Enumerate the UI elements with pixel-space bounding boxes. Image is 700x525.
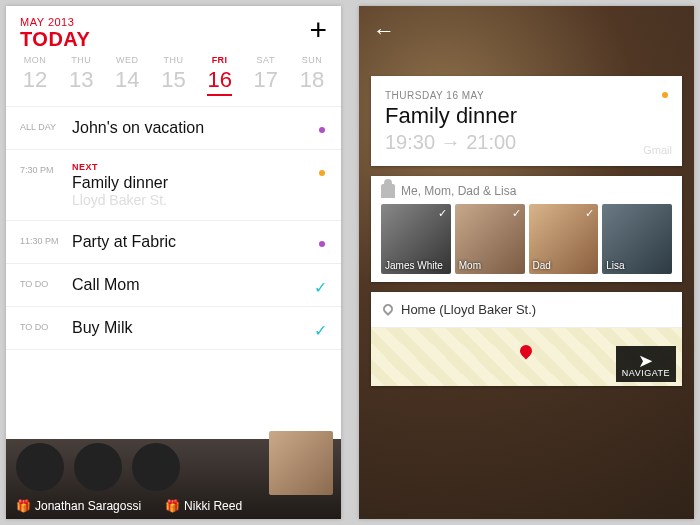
todo-row[interactable]: TO DO Buy Milk ✓: [6, 307, 341, 350]
event-source: Gmail: [643, 144, 672, 156]
map-pin-icon: [518, 343, 535, 360]
day-fri-selected[interactable]: FRI16: [197, 55, 243, 96]
week-strip: MON12 THU13 WED14 THU15 FRI16 SAT17 SUN1…: [6, 55, 341, 107]
day-thu[interactable]: THU15: [150, 55, 196, 96]
event-time: ALL DAY: [20, 119, 72, 132]
attendee-avatar[interactable]: ✓James White: [381, 204, 451, 274]
day-wed[interactable]: WED14: [104, 55, 150, 96]
day-sat[interactable]: SAT17: [243, 55, 289, 96]
attendee-avatar[interactable]: ✓Dad: [529, 204, 599, 274]
avatar-circle: [16, 443, 64, 491]
attendees-card[interactable]: Me, Mom, Dad & Lisa ✓James White ✓Mom ✓D…: [371, 176, 682, 282]
calendar-dot-icon: [319, 127, 325, 133]
todo-row[interactable]: TO DO Call Mom ✓: [6, 264, 341, 307]
today-label: TODAY: [20, 28, 90, 51]
gift-icon: 🎁: [16, 499, 31, 513]
todo-title: Call Mom: [72, 276, 327, 294]
checkmark-icon: ✓: [438, 207, 447, 220]
event-title: Family dinner: [72, 174, 327, 192]
calendar-dot-icon: [662, 92, 668, 98]
pin-icon: [381, 302, 395, 316]
attendees-summary: Me, Mom, Dad & Lisa: [401, 184, 516, 198]
event-date: THURSDAY 16 MAY: [385, 90, 668, 101]
birthday-person: 🎁Jonathan Saragossi: [16, 499, 141, 513]
back-button[interactable]: ←: [373, 18, 395, 44]
event-header-card[interactable]: THURSDAY 16 MAY Family dinner 19:30 → 21…: [371, 76, 682, 166]
event-time-range: 19:30 → 21:00: [385, 131, 668, 154]
event-time: 11:30 PM: [20, 233, 72, 246]
event-title: John's on vacation: [72, 119, 327, 137]
event-title: Family dinner: [385, 103, 668, 129]
day-tue[interactable]: THU13: [58, 55, 104, 96]
event-title: Party at Fabric: [72, 233, 327, 251]
day-mon[interactable]: MON12: [12, 55, 58, 96]
event-row[interactable]: 7:30 PM NEXT Family dinner Lloyd Baker S…: [6, 150, 341, 221]
add-event-button[interactable]: +: [309, 20, 327, 40]
location-card[interactable]: Home (Lloyd Baker St.) ➤ NAVIGATE: [371, 292, 682, 386]
avatar-circle: [74, 443, 122, 491]
calendar-dot-icon: [319, 241, 325, 247]
todo-title: Buy Milk: [72, 319, 327, 337]
person-icon: [381, 184, 395, 198]
location-text: Home (Lloyd Baker St.): [401, 302, 536, 317]
birthday-photo: [269, 431, 333, 495]
attendee-avatar[interactable]: Lisa: [602, 204, 672, 274]
event-row[interactable]: 11:30 PM Party at Fabric: [6, 221, 341, 264]
checkmark-icon[interactable]: ✓: [314, 321, 327, 340]
calendar-day-screen: MAY 2013 TODAY + MON12 THU13 WED14 THU15…: [6, 6, 341, 519]
avatar-circle: [132, 443, 180, 491]
event-detail-screen: ← THURSDAY 16 MAY Family dinner 19:30 → …: [359, 6, 694, 519]
event-subtitle: Lloyd Baker St.: [72, 192, 327, 208]
map-preview[interactable]: ➤ NAVIGATE: [371, 328, 682, 386]
day-sun[interactable]: SUN18: [289, 55, 335, 96]
event-time: 7:30 PM: [20, 162, 72, 175]
navigate-button[interactable]: ➤ NAVIGATE: [616, 346, 676, 382]
navigate-arrow-icon: ➤: [622, 354, 670, 368]
checkmark-icon: ✓: [512, 207, 521, 220]
checkmark-icon[interactable]: ✓: [314, 278, 327, 297]
attendee-avatar[interactable]: ✓Mom: [455, 204, 525, 274]
todo-label: TO DO: [20, 319, 72, 332]
next-badge: NEXT: [72, 162, 327, 172]
month-label: MAY 2013: [20, 16, 90, 28]
checkmark-icon: ✓: [585, 207, 594, 220]
birthday-person: 🎁Nikki Reed: [165, 499, 242, 513]
birthdays-tray[interactable]: 🎁Jonathan Saragossi 🎁Nikki Reed: [6, 439, 341, 519]
event-row[interactable]: ALL DAY John's on vacation: [6, 107, 341, 150]
calendar-dot-icon: [319, 170, 325, 176]
gift-icon: 🎁: [165, 499, 180, 513]
todo-label: TO DO: [20, 276, 72, 289]
